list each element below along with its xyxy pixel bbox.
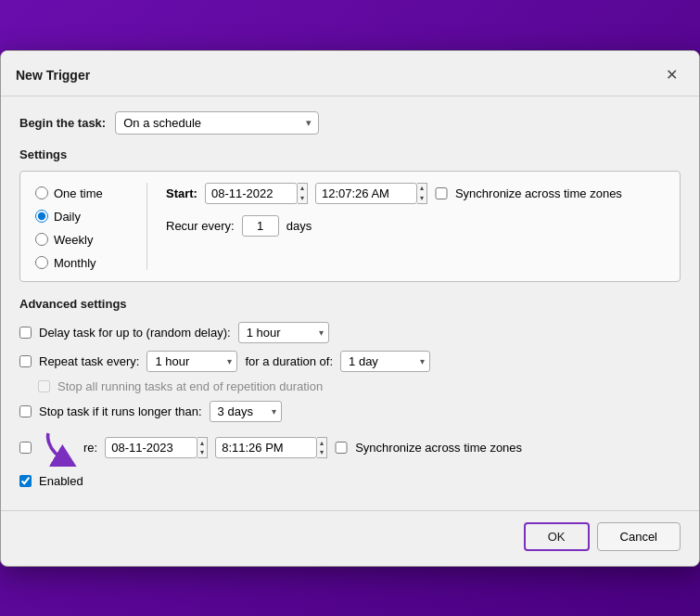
start-date-field: ▴ ▾ bbox=[205, 183, 308, 204]
start-time-input[interactable] bbox=[315, 183, 417, 204]
purple-arrow-annotation bbox=[39, 430, 83, 467]
radio-weekly[interactable]: Weekly bbox=[35, 233, 128, 247]
radio-monthly-label: Monthly bbox=[54, 256, 96, 270]
enabled-row: Enabled bbox=[19, 474, 681, 488]
sync-timezones-row[interactable]: Synchronize across time zones bbox=[435, 186, 622, 200]
settings-section: One time Daily Weekly Monthly bbox=[19, 171, 681, 282]
recur-unit: days bbox=[286, 219, 312, 233]
stop-if-row: Stop task if it runs longer than: 3 days… bbox=[19, 401, 681, 422]
expire-sync-label: Synchronize across time zones bbox=[355, 441, 522, 455]
ok-button[interactable]: OK bbox=[524, 522, 590, 551]
expire-label: re: bbox=[83, 441, 97, 455]
expire-time-field: ▴ ▾ bbox=[215, 437, 327, 458]
vertical-divider bbox=[146, 183, 147, 270]
begin-task-row: Begin the task: On a schedule At log on … bbox=[19, 111, 681, 135]
expire-time-input[interactable] bbox=[215, 437, 317, 458]
new-trigger-dialog: New Trigger ✕ Begin the task: On a sched… bbox=[0, 50, 700, 567]
expire-checkbox[interactable] bbox=[19, 442, 32, 454]
advanced-settings-label: Advanced settings bbox=[19, 297, 681, 311]
delay-task-checkbox[interactable] bbox=[19, 327, 32, 339]
expire-date-field: ▴ ▾ bbox=[105, 437, 208, 458]
close-button[interactable]: ✕ bbox=[658, 62, 684, 88]
start-date-spin[interactable]: ▴ ▾ bbox=[298, 183, 308, 204]
dialog-body: Begin the task: On a schedule At log on … bbox=[1, 96, 699, 510]
duration-label: for a duration of: bbox=[245, 354, 333, 368]
delay-task-row: Delay task for up to (random delay): 1 h… bbox=[19, 322, 681, 343]
start-date-down[interactable]: ▾ bbox=[298, 193, 307, 203]
radio-one-time-label: One time bbox=[54, 186, 103, 200]
stop-if-dropdown[interactable]: 3 days 1 hour 2 hours bbox=[210, 401, 282, 422]
radio-weekly-label: Weekly bbox=[54, 233, 93, 247]
delay-dropdown-wrap: 1 hour 30 minutes 2 hours bbox=[238, 322, 329, 343]
stop-if-label: Stop task if it runs longer than: bbox=[39, 404, 202, 418]
expire-date-up[interactable]: ▴ bbox=[197, 438, 207, 448]
radio-daily-label: Daily bbox=[54, 210, 81, 224]
stop-if-dropdown-wrap: 3 days 1 hour 2 hours bbox=[210, 401, 282, 422]
title-bar: New Trigger ✕ bbox=[1, 51, 699, 96]
recur-row: Recur every: days bbox=[166, 215, 665, 237]
dialog-footer: OK Cancel bbox=[1, 510, 699, 566]
start-date-input[interactable] bbox=[205, 183, 298, 204]
expire-row: re: ▴ ▾ ▴ ▾ Synchronize across time zone… bbox=[19, 430, 681, 467]
start-time-spin[interactable]: ▴ ▾ bbox=[417, 183, 427, 204]
radio-one-time-input[interactable] bbox=[35, 186, 48, 199]
settings-right: Start: ▴ ▾ ▴ ▾ bbox=[166, 183, 665, 270]
radio-daily[interactable]: Daily bbox=[35, 210, 128, 224]
settings-label: Settings bbox=[19, 148, 681, 161]
dialog-title: New Trigger bbox=[16, 68, 90, 83]
delay-dropdown[interactable]: 1 hour 30 minutes 2 hours bbox=[238, 322, 329, 343]
repeat-task-label: Repeat task every: bbox=[39, 354, 139, 368]
expire-date-spin[interactable]: ▴ ▾ bbox=[197, 437, 208, 458]
radio-one-time[interactable]: One time bbox=[35, 186, 128, 200]
start-row: Start: ▴ ▾ ▴ ▾ bbox=[166, 183, 665, 204]
stop-running-row: Stop all running tasks at end of repetit… bbox=[19, 379, 681, 393]
duration-dropdown-wrap: 1 day 1 hour Indefinitely bbox=[340, 351, 430, 372]
expire-sync-row[interactable]: Synchronize across time zones bbox=[335, 441, 522, 455]
begin-task-dropdown[interactable]: On a schedule At log on At startup bbox=[115, 111, 319, 135]
enabled-checkbox[interactable] bbox=[19, 475, 32, 487]
expire-sync-checkbox[interactable] bbox=[335, 442, 348, 454]
start-time-up[interactable]: ▴ bbox=[417, 184, 426, 194]
stop-running-checkbox bbox=[38, 380, 50, 392]
radio-daily-input[interactable] bbox=[35, 210, 48, 223]
expire-time-up[interactable]: ▴ bbox=[317, 438, 326, 448]
recur-value-input[interactable] bbox=[242, 215, 279, 237]
repeat-task-checkbox[interactable] bbox=[19, 355, 32, 367]
expire-date-input[interactable] bbox=[105, 437, 197, 458]
expire-time-down[interactable]: ▾ bbox=[317, 448, 326, 458]
delay-task-label: Delay task for up to (random delay): bbox=[39, 326, 231, 340]
recur-label: Recur every: bbox=[166, 219, 235, 233]
repeat-dropdown[interactable]: 1 hour 30 minutes 2 hours bbox=[146, 351, 237, 372]
expire-time-spin[interactable]: ▴ ▾ bbox=[317, 437, 327, 458]
stop-running-label: Stop all running tasks at end of repetit… bbox=[57, 379, 323, 393]
duration-dropdown[interactable]: 1 day 1 hour Indefinitely bbox=[340, 351, 430, 372]
start-date-up[interactable]: ▴ bbox=[298, 184, 307, 194]
start-time-down[interactable]: ▾ bbox=[417, 193, 426, 203]
begin-task-dropdown-wrapper: On a schedule At log on At startup bbox=[115, 111, 319, 135]
cancel-button[interactable]: Cancel bbox=[597, 522, 681, 551]
sync-timezones-label: Synchronize across time zones bbox=[455, 186, 622, 200]
sync-timezones-checkbox[interactable] bbox=[435, 187, 448, 199]
repeat-task-row: Repeat task every: 1 hour 30 minutes 2 h… bbox=[19, 351, 681, 372]
stop-if-checkbox[interactable] bbox=[19, 405, 32, 417]
start-time-field: ▴ ▾ bbox=[315, 183, 427, 204]
begin-task-label: Begin the task: bbox=[19, 116, 106, 130]
radio-weekly-input[interactable] bbox=[35, 233, 48, 246]
repeat-dropdown-wrap: 1 hour 30 minutes 2 hours bbox=[146, 351, 237, 372]
expire-date-down[interactable]: ▾ bbox=[197, 448, 207, 458]
radio-monthly-input[interactable] bbox=[35, 256, 48, 269]
start-label: Start: bbox=[166, 186, 197, 200]
radio-group: One time Daily Weekly Monthly bbox=[35, 183, 128, 270]
radio-monthly[interactable]: Monthly bbox=[35, 256, 128, 270]
enabled-label: Enabled bbox=[39, 474, 83, 488]
